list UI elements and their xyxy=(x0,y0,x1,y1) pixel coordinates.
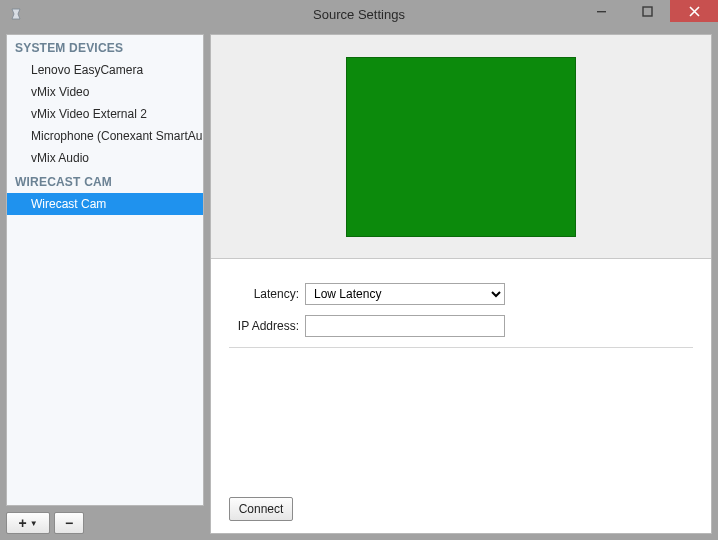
main-area: SYSTEM DEVICES Lenovo EasyCamera vMix Vi… xyxy=(0,28,718,540)
section-header-wirecast: WIRECAST CAM xyxy=(7,169,203,193)
settings-area: Latency: Low Latency IP Address: Connect xyxy=(211,259,711,533)
latency-label: Latency: xyxy=(229,287,305,301)
preview-area xyxy=(211,35,711,259)
maximize-button[interactable] xyxy=(624,0,670,22)
plus-icon: + xyxy=(18,515,26,531)
svg-rect-1 xyxy=(643,7,652,16)
section-header-system: SYSTEM DEVICES xyxy=(7,35,203,59)
add-source-button[interactable]: + ▼ xyxy=(6,512,50,534)
chevron-down-icon: ▼ xyxy=(30,519,38,528)
remove-source-button[interactable]: − xyxy=(54,512,84,534)
ip-row: IP Address: xyxy=(229,315,693,337)
sidebar: SYSTEM DEVICES Lenovo EasyCamera vMix Vi… xyxy=(6,34,204,534)
latency-select[interactable]: Low Latency xyxy=(305,283,505,305)
device-item-vmix-external[interactable]: vMix Video External 2 xyxy=(7,103,203,125)
device-item-lenovo[interactable]: Lenovo EasyCamera xyxy=(7,59,203,81)
content-panel: Latency: Low Latency IP Address: Connect xyxy=(210,34,712,534)
titlebar: Source Settings xyxy=(0,0,718,28)
minus-icon: − xyxy=(65,515,73,531)
close-button[interactable] xyxy=(670,0,718,22)
spacer xyxy=(229,348,693,497)
app-icon xyxy=(8,6,24,22)
ip-address-input[interactable] xyxy=(305,315,505,337)
video-preview xyxy=(346,57,576,237)
form-rows: Latency: Low Latency IP Address: xyxy=(229,283,693,337)
device-item-wirecast-cam[interactable]: Wirecast Cam xyxy=(7,193,203,215)
device-item-vmix-video[interactable]: vMix Video xyxy=(7,81,203,103)
svg-rect-0 xyxy=(597,11,606,12)
device-item-vmix-audio[interactable]: vMix Audio xyxy=(7,147,203,169)
window: Source Settings SYSTEM DEVICES Lenovo Ea… xyxy=(0,0,718,540)
latency-row: Latency: Low Latency xyxy=(229,283,693,305)
window-controls xyxy=(578,0,718,22)
device-item-microphone[interactable]: Microphone (Conexant SmartAudio xyxy=(7,125,203,147)
connect-button[interactable]: Connect xyxy=(229,497,293,521)
minimize-button[interactable] xyxy=(578,0,624,22)
sidebar-buttons: + ▼ − xyxy=(6,512,204,534)
window-title: Source Settings xyxy=(313,7,405,22)
ip-label: IP Address: xyxy=(229,319,305,333)
device-list: SYSTEM DEVICES Lenovo EasyCamera vMix Vi… xyxy=(6,34,204,506)
